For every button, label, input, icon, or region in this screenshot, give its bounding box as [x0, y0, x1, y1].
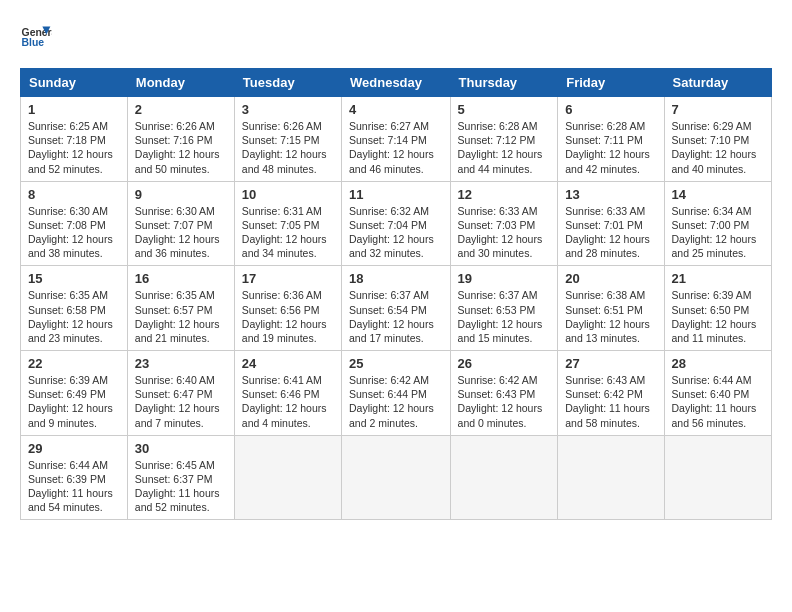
calendar-cell: 13Sunrise: 6:33 AM Sunset: 7:01 PM Dayli…: [558, 181, 664, 266]
day-info: Sunrise: 6:37 AM Sunset: 6:53 PM Dayligh…: [458, 288, 551, 345]
calendar-week-5: 29Sunrise: 6:44 AM Sunset: 6:39 PM Dayli…: [21, 435, 772, 520]
day-number: 19: [458, 271, 551, 286]
day-info: Sunrise: 6:33 AM Sunset: 7:03 PM Dayligh…: [458, 204, 551, 261]
day-info: Sunrise: 6:37 AM Sunset: 6:54 PM Dayligh…: [349, 288, 443, 345]
calendar-cell: 5Sunrise: 6:28 AM Sunset: 7:12 PM Daylig…: [450, 97, 558, 182]
calendar-cell: 29Sunrise: 6:44 AM Sunset: 6:39 PM Dayli…: [21, 435, 128, 520]
day-number: 11: [349, 187, 443, 202]
day-number: 16: [135, 271, 227, 286]
day-number: 3: [242, 102, 334, 117]
day-info: Sunrise: 6:30 AM Sunset: 7:08 PM Dayligh…: [28, 204, 120, 261]
day-number: 10: [242, 187, 334, 202]
calendar-cell: 1Sunrise: 6:25 AM Sunset: 7:18 PM Daylig…: [21, 97, 128, 182]
calendar-cell: 6Sunrise: 6:28 AM Sunset: 7:11 PM Daylig…: [558, 97, 664, 182]
day-number: 15: [28, 271, 120, 286]
calendar-week-4: 22Sunrise: 6:39 AM Sunset: 6:49 PM Dayli…: [21, 351, 772, 436]
calendar-cell: 22Sunrise: 6:39 AM Sunset: 6:49 PM Dayli…: [21, 351, 128, 436]
day-number: 30: [135, 441, 227, 456]
calendar-cell: 30Sunrise: 6:45 AM Sunset: 6:37 PM Dayli…: [127, 435, 234, 520]
calendar-cell: 27Sunrise: 6:43 AM Sunset: 6:42 PM Dayli…: [558, 351, 664, 436]
calendar-cell: 20Sunrise: 6:38 AM Sunset: 6:51 PM Dayli…: [558, 266, 664, 351]
calendar-header-row: SundayMondayTuesdayWednesdayThursdayFrid…: [21, 69, 772, 97]
day-info: Sunrise: 6:35 AM Sunset: 6:58 PM Dayligh…: [28, 288, 120, 345]
calendar-cell: 7Sunrise: 6:29 AM Sunset: 7:10 PM Daylig…: [664, 97, 771, 182]
calendar-cell: 16Sunrise: 6:35 AM Sunset: 6:57 PM Dayli…: [127, 266, 234, 351]
day-info: Sunrise: 6:26 AM Sunset: 7:15 PM Dayligh…: [242, 119, 334, 176]
day-number: 26: [458, 356, 551, 371]
calendar-cell: 11Sunrise: 6:32 AM Sunset: 7:04 PM Dayli…: [342, 181, 451, 266]
day-number: 8: [28, 187, 120, 202]
calendar-cell: 18Sunrise: 6:37 AM Sunset: 6:54 PM Dayli…: [342, 266, 451, 351]
day-info: Sunrise: 6:31 AM Sunset: 7:05 PM Dayligh…: [242, 204, 334, 261]
calendar-header-wednesday: Wednesday: [342, 69, 451, 97]
day-info: Sunrise: 6:30 AM Sunset: 7:07 PM Dayligh…: [135, 204, 227, 261]
calendar-week-3: 15Sunrise: 6:35 AM Sunset: 6:58 PM Dayli…: [21, 266, 772, 351]
calendar-cell: [342, 435, 451, 520]
day-info: Sunrise: 6:32 AM Sunset: 7:04 PM Dayligh…: [349, 204, 443, 261]
day-number: 20: [565, 271, 656, 286]
day-info: Sunrise: 6:35 AM Sunset: 6:57 PM Dayligh…: [135, 288, 227, 345]
day-number: 17: [242, 271, 334, 286]
day-info: Sunrise: 6:45 AM Sunset: 6:37 PM Dayligh…: [135, 458, 227, 515]
day-number: 29: [28, 441, 120, 456]
calendar-cell: [234, 435, 341, 520]
day-number: 22: [28, 356, 120, 371]
day-info: Sunrise: 6:38 AM Sunset: 6:51 PM Dayligh…: [565, 288, 656, 345]
day-info: Sunrise: 6:44 AM Sunset: 6:39 PM Dayligh…: [28, 458, 120, 515]
calendar-header-tuesday: Tuesday: [234, 69, 341, 97]
day-info: Sunrise: 6:41 AM Sunset: 6:46 PM Dayligh…: [242, 373, 334, 430]
calendar-cell: 25Sunrise: 6:42 AM Sunset: 6:44 PM Dayli…: [342, 351, 451, 436]
day-info: Sunrise: 6:39 AM Sunset: 6:49 PM Dayligh…: [28, 373, 120, 430]
calendar-cell: 15Sunrise: 6:35 AM Sunset: 6:58 PM Dayli…: [21, 266, 128, 351]
day-info: Sunrise: 6:28 AM Sunset: 7:11 PM Dayligh…: [565, 119, 656, 176]
calendar-body: 1Sunrise: 6:25 AM Sunset: 7:18 PM Daylig…: [21, 97, 772, 520]
calendar-cell: 19Sunrise: 6:37 AM Sunset: 6:53 PM Dayli…: [450, 266, 558, 351]
calendar-cell: 2Sunrise: 6:26 AM Sunset: 7:16 PM Daylig…: [127, 97, 234, 182]
day-info: Sunrise: 6:42 AM Sunset: 6:43 PM Dayligh…: [458, 373, 551, 430]
day-info: Sunrise: 6:29 AM Sunset: 7:10 PM Dayligh…: [672, 119, 764, 176]
day-number: 7: [672, 102, 764, 117]
calendar-cell: 23Sunrise: 6:40 AM Sunset: 6:47 PM Dayli…: [127, 351, 234, 436]
logo: General Blue: [20, 20, 52, 52]
calendar-cell: 4Sunrise: 6:27 AM Sunset: 7:14 PM Daylig…: [342, 97, 451, 182]
day-number: 14: [672, 187, 764, 202]
calendar-cell: 17Sunrise: 6:36 AM Sunset: 6:56 PM Dayli…: [234, 266, 341, 351]
calendar-week-1: 1Sunrise: 6:25 AM Sunset: 7:18 PM Daylig…: [21, 97, 772, 182]
day-number: 28: [672, 356, 764, 371]
calendar-header-friday: Friday: [558, 69, 664, 97]
calendar-cell: 24Sunrise: 6:41 AM Sunset: 6:46 PM Dayli…: [234, 351, 341, 436]
day-number: 2: [135, 102, 227, 117]
day-number: 27: [565, 356, 656, 371]
day-info: Sunrise: 6:27 AM Sunset: 7:14 PM Dayligh…: [349, 119, 443, 176]
day-info: Sunrise: 6:44 AM Sunset: 6:40 PM Dayligh…: [672, 373, 764, 430]
day-info: Sunrise: 6:33 AM Sunset: 7:01 PM Dayligh…: [565, 204, 656, 261]
calendar-cell: 28Sunrise: 6:44 AM Sunset: 6:40 PM Dayli…: [664, 351, 771, 436]
calendar-cell: [664, 435, 771, 520]
day-number: 18: [349, 271, 443, 286]
day-info: Sunrise: 6:42 AM Sunset: 6:44 PM Dayligh…: [349, 373, 443, 430]
day-info: Sunrise: 6:28 AM Sunset: 7:12 PM Dayligh…: [458, 119, 551, 176]
day-number: 23: [135, 356, 227, 371]
calendar-header-thursday: Thursday: [450, 69, 558, 97]
calendar-cell: 26Sunrise: 6:42 AM Sunset: 6:43 PM Dayli…: [450, 351, 558, 436]
calendar-cell: 10Sunrise: 6:31 AM Sunset: 7:05 PM Dayli…: [234, 181, 341, 266]
calendar-cell: 8Sunrise: 6:30 AM Sunset: 7:08 PM Daylig…: [21, 181, 128, 266]
day-number: 5: [458, 102, 551, 117]
calendar-cell: [558, 435, 664, 520]
svg-text:Blue: Blue: [22, 37, 45, 48]
day-info: Sunrise: 6:26 AM Sunset: 7:16 PM Dayligh…: [135, 119, 227, 176]
day-number: 24: [242, 356, 334, 371]
day-number: 6: [565, 102, 656, 117]
day-info: Sunrise: 6:34 AM Sunset: 7:00 PM Dayligh…: [672, 204, 764, 261]
day-number: 21: [672, 271, 764, 286]
calendar-week-2: 8Sunrise: 6:30 AM Sunset: 7:08 PM Daylig…: [21, 181, 772, 266]
day-number: 4: [349, 102, 443, 117]
day-number: 1: [28, 102, 120, 117]
calendar-table: SundayMondayTuesdayWednesdayThursdayFrid…: [20, 68, 772, 520]
day-info: Sunrise: 6:39 AM Sunset: 6:50 PM Dayligh…: [672, 288, 764, 345]
calendar-header-sunday: Sunday: [21, 69, 128, 97]
day-info: Sunrise: 6:25 AM Sunset: 7:18 PM Dayligh…: [28, 119, 120, 176]
calendar-cell: 21Sunrise: 6:39 AM Sunset: 6:50 PM Dayli…: [664, 266, 771, 351]
day-info: Sunrise: 6:43 AM Sunset: 6:42 PM Dayligh…: [565, 373, 656, 430]
day-number: 9: [135, 187, 227, 202]
